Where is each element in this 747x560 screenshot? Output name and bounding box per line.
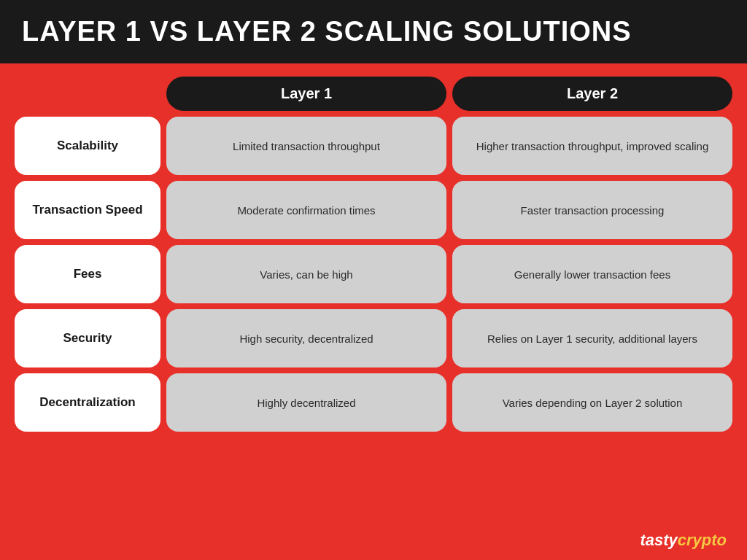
- scalability-layer2-text: Higher transaction throughput, improved …: [476, 139, 709, 154]
- decentralization-layer2-cell: Varies depending on Layer 2 solution: [452, 373, 732, 432]
- table-row: Decentralization Highly decentralized Va…: [15, 373, 732, 432]
- page-title: LAYER 1 VS LAYER 2 SCALING SOLUTIONS: [22, 16, 725, 47]
- row-label-transaction-speed: Transaction Speed: [15, 181, 160, 239]
- transaction-speed-layer2-text: Faster transaction processing: [521, 203, 665, 218]
- decentralization-layer1-cell: Highly decentralized: [166, 373, 446, 432]
- brand-logo: tastycrypto: [640, 531, 727, 550]
- security-layer2-text: Relies on Layer 1 security, additional l…: [487, 331, 697, 346]
- fees-layer2-cell: Generally lower transaction fees: [452, 245, 732, 303]
- transaction-speed-layer1-cell: Moderate confirmation times: [166, 181, 446, 239]
- decentralization-layer1-text: Highly decentralized: [257, 395, 355, 411]
- content-area: Layer 1 Layer 2 Scalability Limited tran…: [0, 63, 747, 560]
- fees-layer2-text: Generally lower transaction fees: [514, 267, 670, 282]
- fees-layer1-text: Varies, can be high: [260, 267, 352, 282]
- header: LAYER 1 VS LAYER 2 SCALING SOLUTIONS: [0, 0, 747, 63]
- fees-label: Fees: [74, 266, 102, 282]
- brand-tasty: tasty: [640, 531, 677, 549]
- layer1-header: Layer 1: [166, 77, 446, 111]
- transaction-speed-layer2-cell: Faster transaction processing: [452, 181, 732, 239]
- transaction-speed-label: Transaction Speed: [32, 202, 142, 218]
- column-headers: Layer 1 Layer 2: [15, 77, 732, 111]
- table-row: Fees Varies, can be high Generally lower…: [15, 245, 732, 303]
- page-wrapper: LAYER 1 VS LAYER 2 SCALING SOLUTIONS Lay…: [0, 0, 747, 560]
- fees-layer1-cell: Varies, can be high: [166, 245, 446, 303]
- row-label-scalability: Scalability: [15, 117, 160, 175]
- row-label-security: Security: [15, 309, 160, 368]
- security-layer1-text: High security, decentralized: [239, 331, 373, 346]
- footer: tastycrypto: [15, 528, 732, 553]
- table-row: Transaction Speed Moderate confirmation …: [15, 181, 732, 239]
- brand-crypto: crypto: [678, 531, 727, 549]
- decentralization-layer2-text: Varies depending on Layer 2 solution: [503, 395, 683, 411]
- transaction-speed-layer1-text: Moderate confirmation times: [237, 203, 375, 218]
- scalability-layer1-cell: Limited transaction throughput: [166, 117, 446, 175]
- decentralization-label: Decentralization: [39, 394, 135, 411]
- scalability-label: Scalability: [57, 138, 118, 154]
- comparison-table: Layer 1 Layer 2 Scalability Limited tran…: [15, 77, 732, 528]
- security-label: Security: [63, 330, 112, 346]
- scalability-layer2-cell: Higher transaction throughput, improved …: [452, 117, 732, 175]
- col-spacer: [15, 77, 160, 111]
- table-row: Scalability Limited transaction throughp…: [15, 117, 732, 175]
- scalability-layer1-text: Limited transaction throughput: [233, 139, 380, 154]
- layer2-header: Layer 2: [452, 77, 732, 111]
- row-label-fees: Fees: [15, 245, 160, 303]
- security-layer2-cell: Relies on Layer 1 security, additional l…: [452, 309, 732, 368]
- table-row: Security High security, decentralized Re…: [15, 309, 732, 368]
- security-layer1-cell: High security, decentralized: [166, 309, 446, 368]
- row-label-decentralization: Decentralization: [15, 373, 160, 432]
